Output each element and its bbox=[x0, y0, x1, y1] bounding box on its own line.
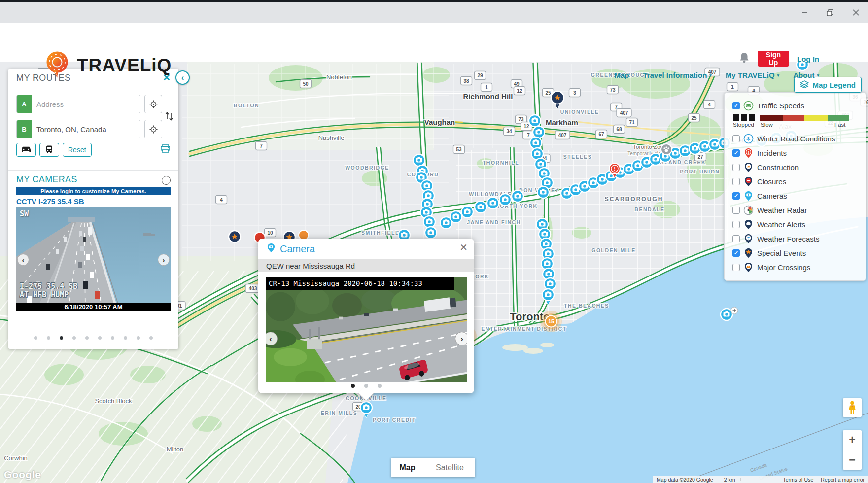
checkbox-event[interactable]: ✓ bbox=[732, 249, 740, 257]
traffic-camera-marker[interactable] bbox=[487, 197, 499, 209]
notifications-bell-icon[interactable] bbox=[739, 52, 750, 66]
legend-item-camera[interactable]: ✓Cameras bbox=[732, 189, 858, 203]
route-shield: 53 bbox=[453, 145, 465, 154]
legend-item-crossing[interactable]: Major Crossings bbox=[732, 260, 858, 275]
print-icon[interactable] bbox=[160, 144, 171, 156]
restore-icon[interactable] bbox=[825, 7, 835, 18]
legend-item-traffic[interactable]: ✓Traffic Speeds bbox=[732, 99, 858, 113]
carousel-dot[interactable] bbox=[60, 336, 63, 340]
traffic-camera-marker[interactable] bbox=[537, 186, 549, 198]
minimize-icon[interactable] bbox=[799, 7, 810, 18]
traffic-camera-marker[interactable] bbox=[533, 126, 545, 138]
reset-button[interactable]: Reset bbox=[63, 143, 92, 157]
carousel-dot[interactable] bbox=[47, 336, 50, 340]
paw-marker[interactable] bbox=[661, 144, 672, 155]
terms-of-use-link[interactable]: Terms of Use bbox=[779, 477, 817, 483]
legend-item-construction[interactable]: Construction bbox=[732, 160, 858, 174]
checkbox-closure[interactable] bbox=[732, 178, 740, 185]
legend-item-winter[interactable]: ❄Winter Road Conditions bbox=[732, 132, 858, 146]
star-circle-marker[interactable] bbox=[229, 231, 241, 242]
traffic-camera-marker[interactable] bbox=[413, 154, 425, 166]
cameras-collapse-icon[interactable]: – bbox=[162, 176, 171, 185]
cameras-prev-arrow[interactable]: ‹ bbox=[17, 254, 29, 266]
svg-text:27: 27 bbox=[697, 154, 703, 160]
cameras-next-arrow[interactable]: › bbox=[158, 254, 170, 266]
carousel-dot[interactable] bbox=[72, 336, 76, 340]
crossing-icon bbox=[743, 262, 754, 273]
checkbox-winter[interactable] bbox=[732, 135, 740, 142]
traffic-icon bbox=[743, 101, 754, 111]
traffic-camera-marker[interactable] bbox=[425, 227, 437, 239]
traffic-camera-marker[interactable] bbox=[544, 278, 556, 290]
traveliq-logo[interactable]: TRAVELiQ bbox=[43, 50, 172, 81]
legend-item-alert[interactable]: Weather Alerts bbox=[732, 217, 858, 232]
popup-carousel-dots[interactable] bbox=[258, 384, 474, 388]
zoom-in-button[interactable]: + bbox=[843, 430, 862, 450]
carousel-dot[interactable] bbox=[378, 384, 382, 388]
traffic-camera-marker[interactable] bbox=[721, 309, 732, 320]
traffic-camera-marker[interactable] bbox=[423, 216, 435, 228]
traffic-camera-marker[interactable] bbox=[529, 115, 541, 127]
carousel-dot[interactable] bbox=[98, 336, 102, 340]
nav-item-travel-information[interactable]: Travel Information▾ bbox=[643, 71, 712, 79]
carousel-dot[interactable] bbox=[149, 336, 153, 340]
plus-badge-marker[interactable] bbox=[731, 307, 738, 314]
checkbox-alert[interactable] bbox=[732, 221, 740, 228]
report-map-error-link[interactable]: Report a map error bbox=[817, 477, 868, 483]
traffic-camera-marker[interactable] bbox=[530, 137, 542, 149]
carousel-dot[interactable] bbox=[137, 336, 140, 340]
checkbox-radar[interactable] bbox=[732, 207, 740, 214]
checkbox-traffic[interactable]: ✓ bbox=[732, 102, 740, 109]
traffic-camera-marker[interactable] bbox=[461, 206, 473, 218]
traffic-camera-marker[interactable] bbox=[512, 190, 523, 202]
map-legend-panel: ✓Traffic SpeedsStoppedSlowFast❄Winter Ro… bbox=[724, 92, 866, 281]
carousel-dot[interactable] bbox=[364, 384, 368, 388]
map-view-button[interactable]: Map bbox=[391, 458, 424, 477]
route-shield: 4 bbox=[704, 101, 715, 109]
destination-locate-button[interactable] bbox=[144, 120, 162, 138]
orange-count-marker[interactable]: 15 bbox=[540, 310, 562, 332]
origin-locate-button[interactable] bbox=[144, 95, 162, 113]
traffic-camera-marker[interactable] bbox=[499, 194, 511, 206]
legend-item-closure[interactable]: Closures bbox=[732, 174, 858, 189]
checkbox-camera[interactable]: ✓ bbox=[732, 192, 740, 200]
destination-address-input[interactable] bbox=[32, 120, 140, 138]
cameras-carousel-dots[interactable] bbox=[8, 336, 178, 340]
carousel-dot[interactable] bbox=[111, 336, 114, 340]
street-view-pegman-button[interactable] bbox=[843, 398, 862, 417]
origin-address-input[interactable] bbox=[32, 95, 140, 113]
checkbox-incident[interactable]: ✓ bbox=[732, 149, 740, 157]
carousel-dot[interactable] bbox=[85, 336, 89, 340]
satellite-view-button[interactable]: Satellite bbox=[424, 458, 475, 477]
log-in-link[interactable]: Log In bbox=[797, 55, 819, 63]
legend-item-event[interactable]: ✓Special Events bbox=[732, 246, 858, 260]
map-label: Nobleton bbox=[326, 73, 352, 81]
checkbox-construction[interactable] bbox=[732, 164, 740, 171]
drive-mode-button[interactable] bbox=[16, 143, 36, 157]
checkbox-forecast[interactable] bbox=[732, 235, 740, 242]
zoom-out-button[interactable]: − bbox=[843, 450, 862, 470]
nav-item-map[interactable]: Map bbox=[614, 71, 629, 79]
popup-close-icon[interactable]: ✕ bbox=[459, 242, 468, 253]
popup-next-arrow[interactable]: › bbox=[455, 332, 467, 345]
traffic-camera-marker[interactable] bbox=[450, 211, 462, 223]
close-icon[interactable] bbox=[850, 7, 861, 18]
swap-route-icon[interactable] bbox=[165, 111, 174, 121]
traffic-camera-marker[interactable] bbox=[475, 201, 486, 213]
nav-item-my-traveliq[interactable]: My TRAVELiQ▾ bbox=[726, 71, 779, 79]
panel-collapse-chevron-icon[interactable]: ‹ bbox=[175, 70, 190, 85]
legend-item-forecast[interactable]: ☂Weather Forecasts bbox=[732, 232, 858, 246]
carousel-dot[interactable] bbox=[124, 336, 127, 340]
svg-text:403: 403 bbox=[249, 286, 257, 291]
map-label: SMITHFIELD bbox=[361, 230, 400, 236]
carousel-dot[interactable] bbox=[34, 336, 37, 340]
transit-mode-button[interactable] bbox=[39, 143, 59, 157]
sign-up-button[interactable]: Sign Up bbox=[758, 51, 789, 67]
nav-item-about[interactable]: About▾ bbox=[793, 71, 819, 79]
carousel-dot[interactable] bbox=[351, 384, 355, 388]
legend-item-radar[interactable]: Weather Radar bbox=[732, 203, 858, 217]
svg-text:25: 25 bbox=[545, 90, 551, 96]
map-label: Corwhin bbox=[4, 454, 28, 462]
checkbox-crossing[interactable] bbox=[732, 264, 740, 271]
legend-item-incident[interactable]: ✓!Incidents bbox=[732, 146, 858, 160]
